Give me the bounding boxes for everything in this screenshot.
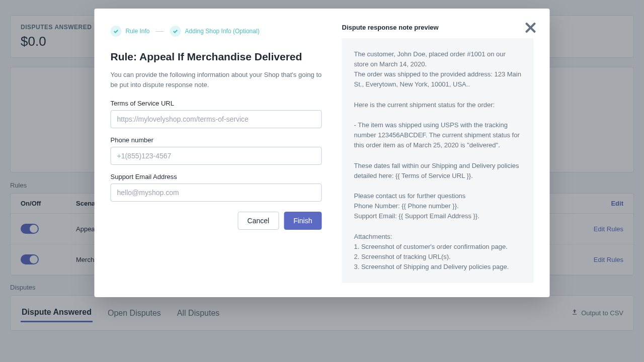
close-icon[interactable] (523, 20, 539, 36)
modal-left-pane: Rule Info Adding Shop Info (Optional) Ru… (111, 20, 322, 283)
finish-button[interactable]: Finish (284, 212, 321, 230)
rule-modal: Rule Info Adding Shop Info (Optional) Ru… (95, 9, 550, 297)
step-indicator: Rule Info Adding Shop Info (Optional) (111, 26, 322, 37)
check-icon (111, 26, 122, 37)
step-2: Adding Shop Info (Optional) (170, 26, 260, 37)
preview-body: The customer, John Doe, placed order #10… (342, 38, 534, 283)
preview-heading: Dispute response note preview (342, 24, 534, 31)
button-row: Cancel Finish (111, 212, 322, 230)
tos-input[interactable] (111, 110, 322, 128)
cancel-button[interactable]: Cancel (238, 212, 279, 230)
modal-title: Rule: Appeal If Merchandise Delivered (111, 51, 322, 63)
step-1: Rule Info (111, 26, 150, 37)
modal-subtitle: You can provide the following informatio… (111, 70, 322, 89)
modal-right-pane: Dispute response note preview The custom… (342, 20, 534, 283)
phone-input[interactable] (111, 147, 322, 165)
phone-label: Phone number (111, 136, 322, 144)
step-1-label: Rule Info (126, 28, 150, 35)
step-2-label: Adding Shop Info (Optional) (185, 28, 260, 35)
step-separator (156, 31, 164, 32)
check-icon (170, 26, 181, 37)
tos-label: Terms of Service URL (111, 100, 322, 107)
email-input[interactable] (111, 184, 322, 202)
email-label: Support Email Address (111, 173, 322, 180)
